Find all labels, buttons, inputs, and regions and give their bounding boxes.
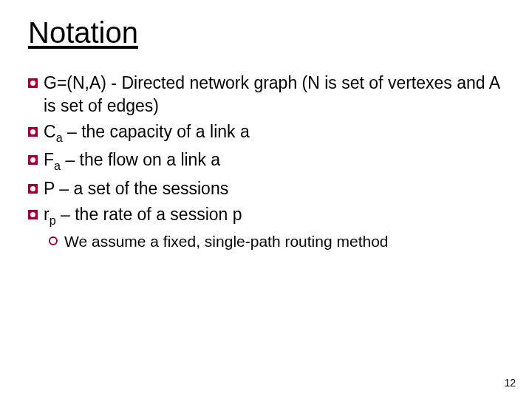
list-item-text: Fa – the flow on a link a bbox=[44, 149, 504, 174]
slide-title: Notation bbox=[28, 16, 504, 50]
sub-list-item-text: We assume a fixed, single-path routing m… bbox=[64, 231, 504, 252]
sub-bullet-icon bbox=[49, 236, 58, 245]
bullet-icon bbox=[28, 78, 38, 88]
slide: Notation G=(N,A) - Directed network grap… bbox=[0, 0, 532, 252]
list-item-text: G=(N,A) - Directed network graph (N is s… bbox=[44, 72, 504, 117]
bullet-icon bbox=[28, 155, 38, 165]
bullet-icon bbox=[28, 127, 38, 137]
list-item-text: P – a set of the sessions bbox=[44, 177, 504, 200]
list-item-text: Ca – the capacity of a link a bbox=[44, 120, 504, 146]
bullet-list: G=(N,A) - Directed network graph (N is s… bbox=[28, 72, 504, 252]
list-item: P – a set of the sessions bbox=[28, 177, 504, 200]
sub-list-item: We assume a fixed, single-path routing m… bbox=[49, 231, 504, 252]
list-item: rp – the rate of a session p bbox=[28, 203, 504, 228]
list-item-text: rp – the rate of a session p bbox=[44, 203, 504, 228]
bullet-icon bbox=[28, 210, 38, 219]
list-item: G=(N,A) - Directed network graph (N is s… bbox=[28, 72, 504, 117]
list-item: Fa – the flow on a link a bbox=[28, 149, 504, 174]
list-item: Ca – the capacity of a link a bbox=[28, 120, 504, 146]
bullet-icon bbox=[28, 184, 38, 194]
page-number: 12 bbox=[504, 377, 516, 389]
